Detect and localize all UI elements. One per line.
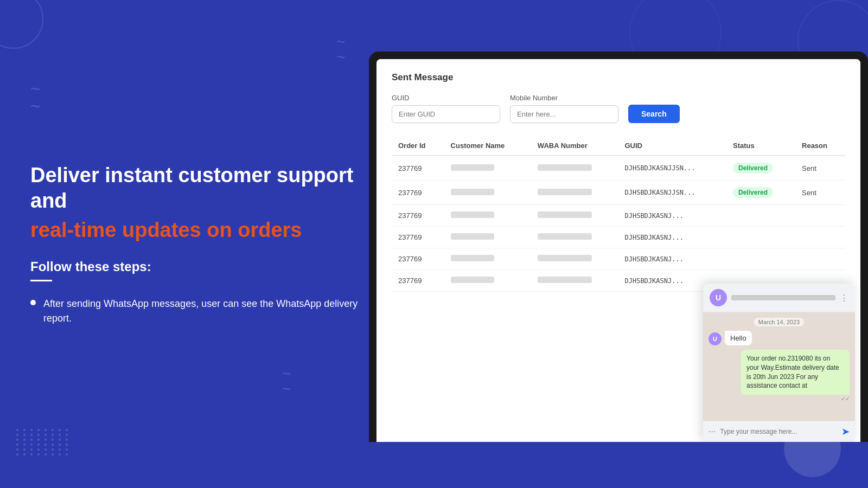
chat-header: U ⋮ bbox=[703, 284, 855, 312]
list-item: After sending WhatsApp messages, user ca… bbox=[30, 297, 378, 326]
chat-menu-icon[interactable]: ⋮ bbox=[840, 293, 848, 303]
cell-status bbox=[726, 227, 795, 248]
cell-customer-name: ██████ bbox=[444, 205, 531, 227]
guid-filter-group: GUID bbox=[392, 94, 500, 123]
sender-avatar: U bbox=[709, 332, 722, 345]
cell-order-id: 237769 bbox=[392, 205, 444, 227]
cell-reason bbox=[795, 227, 845, 248]
chat-footer: ··· ➤ bbox=[703, 421, 855, 442]
chat-contact-name bbox=[731, 295, 835, 300]
guid-label: GUID bbox=[392, 94, 500, 102]
left-content-panel: Deliver instant customer support and rea… bbox=[30, 0, 378, 488]
table-row: 237769██████████████████DJHSBDJKASNJ... bbox=[392, 205, 845, 227]
follow-steps-label: Follow these steps: bbox=[30, 259, 378, 274]
cell-waba-number: ████████████ bbox=[531, 248, 618, 270]
chat-date-divider: March 14, 2023 bbox=[754, 318, 804, 326]
search-button[interactable]: Search bbox=[628, 105, 680, 123]
cell-reason bbox=[795, 205, 845, 227]
laptop-container: Sent Message GUID Mobile Number Search bbox=[369, 52, 868, 442]
table-row: 237769██████████████████DJHSBDJKASNJ... bbox=[392, 248, 845, 270]
chat-footer-dots-icon: ··· bbox=[709, 427, 716, 436]
underline-accent bbox=[30, 280, 52, 281]
filter-row: GUID Mobile Number Search bbox=[392, 94, 845, 123]
cell-guid: DJHSBDJKASNJJSN... bbox=[618, 181, 726, 205]
heading-highlight: real-time updates on orders bbox=[30, 219, 378, 242]
cell-status: Delivered bbox=[726, 181, 795, 205]
status-badge: Delivered bbox=[733, 163, 773, 174]
table-row: 237769██████████████████DJHSBDJKASNJJSN.… bbox=[392, 181, 845, 205]
cell-guid: DJHSBDJKASNJ... bbox=[618, 205, 726, 227]
chat-avatar: U bbox=[710, 289, 727, 306]
cell-reason: Sent bbox=[795, 156, 845, 181]
bullet-text: After sending WhatsApp messages, user ca… bbox=[43, 297, 378, 326]
main-heading: Deliver instant customer support and rea… bbox=[30, 163, 378, 242]
sent-messages-table: Order Id Customer Name WABA Number GUID … bbox=[392, 136, 845, 292]
mobile-number-input[interactable] bbox=[510, 105, 618, 123]
cell-order-id: 237769 bbox=[392, 156, 444, 181]
chat-bubble-sent: Your order no.2319080 its on your Way.Es… bbox=[741, 350, 850, 395]
cell-order-id: 237769 bbox=[392, 270, 444, 292]
col-header-waba: WABA Number bbox=[531, 136, 618, 156]
chat-send-icon[interactable]: ➤ bbox=[841, 426, 850, 438]
cell-reason bbox=[795, 248, 845, 270]
cell-customer-name: ██████ bbox=[444, 248, 531, 270]
col-header-reason: Reason bbox=[795, 136, 845, 156]
cell-waba-number: ████████████ bbox=[531, 156, 618, 181]
table-row: 237769██████████████████DJHSBDJKASNJJSN.… bbox=[392, 156, 845, 181]
mobile-number-label: Mobile Number bbox=[510, 94, 618, 102]
laptop-frame: Sent Message GUID Mobile Number Search bbox=[369, 52, 868, 442]
whatsapp-chat-popup: U ⋮ March 14, 2023 U Hello Your order no… bbox=[703, 284, 855, 442]
cell-order-id: 237769 bbox=[392, 248, 444, 270]
cell-order-id: 237769 bbox=[392, 227, 444, 248]
status-badge: Delivered bbox=[733, 187, 773, 198]
cell-status: Delivered bbox=[726, 156, 795, 181]
cell-customer-name: ██████ bbox=[444, 227, 531, 248]
col-header-guid: GUID bbox=[618, 136, 726, 156]
cell-customer-name: ██████ bbox=[444, 156, 531, 181]
col-header-customer-name: Customer Name bbox=[444, 136, 531, 156]
cell-guid: DJHSBDJKASNJ... bbox=[618, 248, 726, 270]
col-header-status: Status bbox=[726, 136, 795, 156]
cell-customer-name: ██████ bbox=[444, 181, 531, 205]
cell-waba-number: ████████████ bbox=[531, 205, 618, 227]
heading-line1: Deliver instant customer support and bbox=[30, 163, 378, 214]
cell-waba-number: ████████████ bbox=[531, 227, 618, 248]
cell-waba-number: ████████████ bbox=[531, 181, 618, 205]
chat-body: March 14, 2023 U Hello Your order no.231… bbox=[703, 312, 855, 421]
guid-input[interactable] bbox=[392, 105, 500, 123]
mobile-filter-group: Mobile Number bbox=[510, 94, 618, 123]
cell-order-id: 237769 bbox=[392, 181, 444, 205]
cell-status bbox=[726, 248, 795, 270]
chat-message-sent: Your order no.2319080 its on your Way.Es… bbox=[741, 350, 850, 402]
chat-timestamp: ✓✓ bbox=[741, 396, 850, 402]
bullet-dot-icon bbox=[30, 300, 36, 305]
chat-message-received: U Hello bbox=[709, 331, 752, 345]
laptop-screen: Sent Message GUID Mobile Number Search bbox=[376, 59, 860, 442]
cell-waba-number: ████████████ bbox=[531, 270, 618, 292]
cell-guid: DJHSBDJKASNJ... bbox=[618, 227, 726, 248]
bullet-list: After sending WhatsApp messages, user ca… bbox=[30, 297, 378, 326]
cell-guid: DJHSBDJKASNJJSN... bbox=[618, 156, 726, 181]
cell-customer-name: ██████ bbox=[444, 270, 531, 292]
panel-title: Sent Message bbox=[392, 72, 845, 83]
chat-message-input[interactable] bbox=[720, 428, 837, 435]
chat-bubble-received: Hello bbox=[725, 331, 752, 345]
cell-status bbox=[726, 205, 795, 227]
col-header-order-id: Order Id bbox=[392, 136, 444, 156]
cell-reason: Sent bbox=[795, 181, 845, 205]
table-row: 237769██████████████████DJHSBDJKASNJ... bbox=[392, 227, 845, 248]
